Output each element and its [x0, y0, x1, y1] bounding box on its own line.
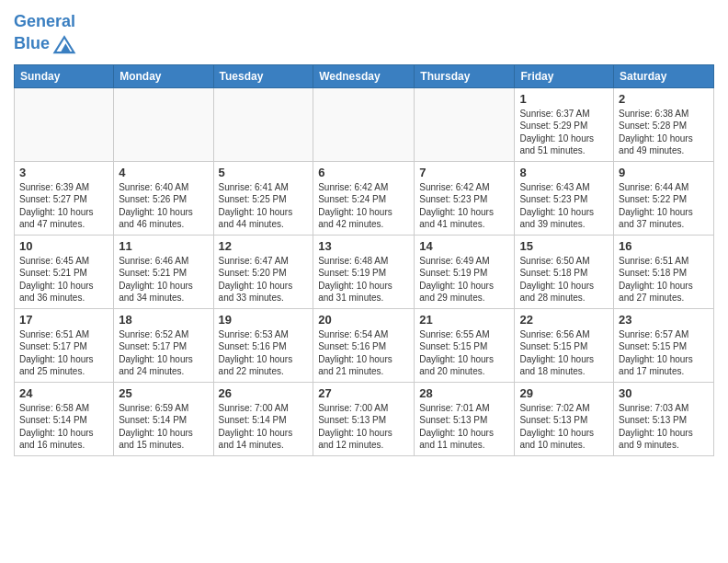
calendar-cell: 10Sunrise: 6:45 AMSunset: 5:21 PMDayligh… [15, 235, 114, 308]
day-info: Sunrise: 6:54 AMSunset: 5:16 PMDaylight:… [318, 328, 409, 378]
day-info: Sunrise: 6:39 AMSunset: 5:27 PMDaylight:… [19, 181, 108, 231]
calendar: SundayMondayTuesdayWednesdayThursdayFrid… [14, 64, 714, 456]
calendar-cell: 17Sunrise: 6:51 AMSunset: 5:17 PMDayligh… [15, 308, 114, 382]
day-number: 12 [219, 239, 309, 253]
weekday-header-row: SundayMondayTuesdayWednesdayThursdayFrid… [15, 64, 714, 87]
day-info: Sunrise: 7:00 AMSunset: 5:14 PMDaylight:… [219, 402, 309, 452]
day-info: Sunrise: 6:51 AMSunset: 5:17 PMDaylight:… [19, 328, 108, 378]
week-row-5: 24Sunrise: 6:58 AMSunset: 5:14 PMDayligh… [15, 382, 714, 455]
day-number: 16 [619, 239, 709, 253]
day-info: Sunrise: 6:37 AMSunset: 5:29 PMDaylight:… [519, 108, 609, 157]
calendar-cell: 25Sunrise: 6:59 AMSunset: 5:14 PMDayligh… [114, 382, 213, 455]
calendar-cell [114, 87, 213, 161]
page: General Blue SundayMondayTuesdayWednesda… [0, 0, 728, 470]
logo-general: General [14, 12, 75, 30]
weekday-header-tuesday: Tuesday [213, 64, 313, 87]
calendar-cell: 30Sunrise: 7:03 AMSunset: 5:13 PMDayligh… [614, 382, 714, 455]
calendar-cell: 11Sunrise: 6:46 AMSunset: 5:21 PMDayligh… [114, 235, 213, 308]
day-info: Sunrise: 6:56 AMSunset: 5:15 PMDaylight:… [519, 328, 609, 378]
day-number: 28 [419, 386, 509, 400]
day-info: Sunrise: 6:49 AMSunset: 5:19 PMDaylight:… [419, 255, 509, 304]
day-number: 21 [419, 313, 509, 327]
week-row-2: 3Sunrise: 6:39 AMSunset: 5:27 PMDaylight… [15, 161, 714, 235]
day-number: 23 [619, 313, 709, 327]
day-info: Sunrise: 6:47 AMSunset: 5:20 PMDaylight:… [219, 255, 309, 304]
calendar-cell: 23Sunrise: 6:57 AMSunset: 5:15 PMDayligh… [614, 308, 714, 382]
weekday-header-wednesday: Wednesday [313, 64, 415, 87]
calendar-cell: 8Sunrise: 6:43 AMSunset: 5:23 PMDaylight… [515, 161, 614, 235]
day-number: 4 [119, 166, 208, 179]
calendar-cell: 21Sunrise: 6:55 AMSunset: 5:15 PMDayligh… [415, 308, 515, 382]
logo: General Blue [14, 13, 77, 57]
day-info: Sunrise: 7:03 AMSunset: 5:13 PMDaylight:… [619, 402, 709, 452]
day-info: Sunrise: 7:00 AMSunset: 5:13 PMDaylight:… [318, 402, 409, 452]
day-number: 22 [519, 313, 609, 327]
calendar-cell: 7Sunrise: 6:42 AMSunset: 5:23 PMDaylight… [415, 161, 515, 235]
day-number: 20 [318, 313, 409, 327]
calendar-cell: 24Sunrise: 6:58 AMSunset: 5:14 PMDayligh… [15, 382, 114, 455]
day-number: 7 [419, 166, 509, 179]
day-number: 6 [318, 166, 409, 179]
calendar-cell [15, 87, 114, 161]
week-row-4: 17Sunrise: 6:51 AMSunset: 5:17 PMDayligh… [15, 308, 714, 382]
logo-blue: Blue [14, 35, 50, 53]
calendar-cell: 27Sunrise: 7:00 AMSunset: 5:13 PMDayligh… [313, 382, 415, 455]
day-number: 27 [318, 386, 409, 400]
calendar-cell: 4Sunrise: 6:40 AMSunset: 5:26 PMDaylight… [114, 161, 213, 235]
day-number: 24 [19, 386, 108, 400]
weekday-header-thursday: Thursday [415, 64, 515, 87]
calendar-cell: 26Sunrise: 7:00 AMSunset: 5:14 PMDayligh… [213, 382, 313, 455]
calendar-cell: 5Sunrise: 6:41 AMSunset: 5:25 PMDaylight… [213, 161, 313, 235]
calendar-cell: 13Sunrise: 6:48 AMSunset: 5:19 PMDayligh… [313, 235, 415, 308]
day-number: 8 [519, 166, 609, 179]
day-info: Sunrise: 6:40 AMSunset: 5:26 PMDaylight:… [119, 181, 208, 231]
calendar-cell: 29Sunrise: 7:02 AMSunset: 5:13 PMDayligh… [515, 382, 614, 455]
day-number: 18 [119, 313, 208, 327]
day-info: Sunrise: 6:58 AMSunset: 5:14 PMDaylight:… [19, 402, 108, 452]
day-number: 3 [19, 166, 108, 179]
day-info: Sunrise: 6:45 AMSunset: 5:21 PMDaylight:… [19, 255, 108, 304]
day-info: Sunrise: 6:38 AMSunset: 5:28 PMDaylight:… [619, 108, 709, 157]
calendar-cell: 9Sunrise: 6:44 AMSunset: 5:22 PMDaylight… [614, 161, 714, 235]
day-info: Sunrise: 6:53 AMSunset: 5:16 PMDaylight:… [219, 328, 309, 378]
logo-text: General [14, 13, 77, 31]
day-info: Sunrise: 6:57 AMSunset: 5:15 PMDaylight:… [619, 328, 709, 378]
day-number: 30 [619, 386, 709, 400]
calendar-cell [415, 87, 515, 161]
day-number: 19 [219, 313, 309, 327]
day-info: Sunrise: 6:43 AMSunset: 5:23 PMDaylight:… [519, 181, 609, 231]
day-info: Sunrise: 6:42 AMSunset: 5:24 PMDaylight:… [318, 181, 409, 231]
calendar-cell: 6Sunrise: 6:42 AMSunset: 5:24 PMDaylight… [313, 161, 415, 235]
day-number: 25 [119, 386, 208, 400]
day-number: 14 [419, 239, 509, 253]
calendar-cell: 28Sunrise: 7:01 AMSunset: 5:13 PMDayligh… [415, 382, 515, 455]
weekday-header-friday: Friday [515, 64, 614, 87]
calendar-cell: 12Sunrise: 6:47 AMSunset: 5:20 PMDayligh… [213, 235, 313, 308]
calendar-cell: 19Sunrise: 6:53 AMSunset: 5:16 PMDayligh… [213, 308, 313, 382]
day-info: Sunrise: 6:55 AMSunset: 5:15 PMDaylight:… [419, 328, 509, 378]
calendar-cell: 3Sunrise: 6:39 AMSunset: 5:27 PMDaylight… [15, 161, 114, 235]
day-number: 26 [219, 386, 309, 400]
calendar-cell: 22Sunrise: 6:56 AMSunset: 5:15 PMDayligh… [515, 308, 614, 382]
calendar-cell: 15Sunrise: 6:50 AMSunset: 5:18 PMDayligh… [515, 235, 614, 308]
day-info: Sunrise: 6:48 AMSunset: 5:19 PMDaylight:… [318, 255, 409, 304]
calendar-cell: 14Sunrise: 6:49 AMSunset: 5:19 PMDayligh… [415, 235, 515, 308]
calendar-cell: 1Sunrise: 6:37 AMSunset: 5:29 PMDaylight… [515, 87, 614, 161]
day-number: 11 [119, 239, 208, 253]
day-number: 29 [519, 386, 609, 400]
day-info: Sunrise: 6:42 AMSunset: 5:23 PMDaylight:… [419, 181, 509, 231]
day-info: Sunrise: 6:41 AMSunset: 5:25 PMDaylight:… [219, 181, 309, 231]
day-number: 17 [19, 313, 108, 327]
weekday-header-saturday: Saturday [614, 64, 714, 87]
week-row-3: 10Sunrise: 6:45 AMSunset: 5:21 PMDayligh… [15, 235, 714, 308]
day-info: Sunrise: 6:51 AMSunset: 5:18 PMDaylight:… [619, 255, 709, 304]
day-info: Sunrise: 6:59 AMSunset: 5:14 PMDaylight:… [119, 402, 208, 452]
day-info: Sunrise: 7:01 AMSunset: 5:13 PMDaylight:… [419, 402, 509, 452]
day-info: Sunrise: 6:50 AMSunset: 5:18 PMDaylight:… [519, 255, 609, 304]
calendar-cell: 18Sunrise: 6:52 AMSunset: 5:17 PMDayligh… [114, 308, 213, 382]
day-info: Sunrise: 6:46 AMSunset: 5:21 PMDaylight:… [119, 255, 208, 304]
calendar-cell [213, 87, 313, 161]
day-number: 1 [519, 92, 609, 106]
weekday-header-sunday: Sunday [15, 64, 114, 87]
day-number: 10 [19, 239, 108, 253]
